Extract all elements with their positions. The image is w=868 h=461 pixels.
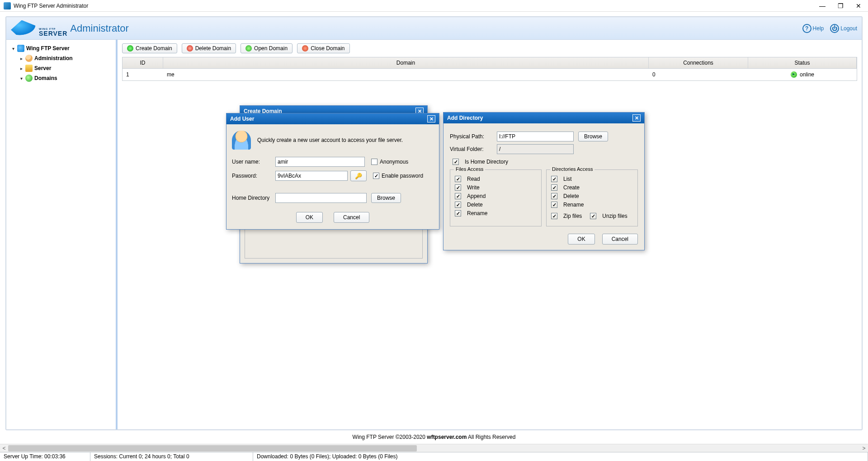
caret-right-icon[interactable]: ▸ (19, 56, 24, 61)
cell-domain: me (163, 69, 649, 80)
minimize-button[interactable]: — (816, 2, 828, 9)
directories-access-legend: Directories Access (550, 166, 594, 172)
files-access-legend: Files Access (454, 166, 485, 172)
server-icon (25, 65, 33, 72)
logout-link[interactable]: ⏻Logout (830, 24, 857, 33)
enable-password-checkbox[interactable] (373, 173, 379, 179)
admin-icon (25, 55, 33, 62)
banner-title: Administrator (70, 23, 129, 34)
scroll-thumb[interactable] (8, 445, 417, 452)
add-user-dialog: Add User ✕ Quickly create a new user acc… (226, 113, 439, 230)
perm-zip-checkbox[interactable] (551, 213, 557, 219)
perm-dir-delete-label: Delete (563, 193, 579, 199)
titlebar: Wing FTP Server Administrator — ❐ ✕ (0, 0, 868, 12)
open-domain-button[interactable]: Open Domain (241, 43, 292, 53)
add-directory-dialog: Add Directory ✕ Physical Path: Browse Vi… (443, 112, 645, 250)
perm-dir-delete-checkbox[interactable] (551, 193, 557, 199)
enable-password-label: Enable password (382, 173, 423, 179)
password-label: Password: (232, 173, 275, 179)
perm-read-checkbox[interactable] (455, 176, 461, 182)
status-bar: Server Up Time: 00:03:36 Sessions: Curre… (0, 452, 868, 461)
grid-header-status[interactable]: Status (748, 57, 857, 68)
add-directory-close-button[interactable]: ✕ (632, 114, 641, 122)
close-window-button[interactable]: ✕ (853, 2, 864, 9)
perm-write-checkbox[interactable] (455, 184, 461, 191)
logo-swoosh-icon (11, 20, 38, 37)
perm-append-checkbox[interactable] (455, 193, 461, 199)
perm-unzip-label: Unzip files (602, 213, 627, 219)
footer-link[interactable]: wftpserver.com (427, 434, 467, 440)
perm-file-rename-checkbox[interactable] (455, 210, 461, 216)
browse-physical-button[interactable]: Browse (578, 132, 608, 141)
perm-create-label: Create (563, 184, 580, 191)
add-user-dialog-title: Add User (230, 116, 254, 122)
perm-unzip-checkbox[interactable] (590, 213, 596, 219)
scroll-right-icon[interactable]: > (860, 445, 868, 452)
scroll-left-icon[interactable]: < (0, 445, 8, 452)
caret-down-icon[interactable]: ▾ (19, 76, 24, 80)
physical-path-input[interactable] (497, 132, 574, 141)
tree-domains[interactable]: ▾ Domains (19, 73, 113, 83)
tree-administration[interactable]: ▸ Administration (19, 53, 113, 63)
anonymous-checkbox[interactable] (371, 159, 377, 165)
username-label: User name: (232, 159, 275, 165)
perm-file-rename-label: Rename (467, 210, 487, 216)
browse-home-button[interactable]: Browse (371, 193, 401, 203)
perm-create-checkbox[interactable] (551, 184, 557, 191)
cell-id: 1 (123, 69, 163, 80)
help-link[interactable]: ?Help (802, 24, 824, 33)
tree-admin-label: Administration (34, 55, 73, 61)
add-directory-ok-button[interactable]: OK (568, 234, 594, 245)
perm-file-delete-checkbox[interactable] (455, 202, 461, 208)
virtual-folder-input (497, 144, 574, 154)
footer: Wing FTP Server ©2003-2020 wftpserver.co… (0, 430, 868, 444)
header-banner: WING FTP SERVER Administrator ?Help ⏻Log… (6, 17, 862, 40)
status-sessions: Sessions: Current 0; 24 hours 0; Total 0 (90, 452, 253, 461)
help-icon: ? (802, 24, 811, 33)
tree-server[interactable]: ▸ Server (19, 63, 113, 73)
status-uptime: Server Up Time: 00:03:36 (0, 452, 90, 461)
grid-header-id[interactable]: ID (123, 57, 163, 68)
close-domain-button[interactable]: Close Domain (297, 43, 349, 53)
files-access-group: Files Access Read Write Append Delete Re… (450, 169, 542, 226)
close-icon (302, 45, 308, 52)
domain-icon (25, 75, 33, 82)
home-directory-input[interactable] (275, 193, 367, 203)
perm-dir-rename-checkbox[interactable] (551, 202, 557, 208)
add-user-ok-button[interactable]: OK (296, 212, 323, 223)
open-icon (245, 45, 252, 52)
key-icon: 🔑 (355, 173, 362, 179)
delete-domain-button[interactable]: Delete Domain (182, 43, 236, 53)
add-directory-cancel-button[interactable]: Cancel (602, 234, 638, 245)
add-user-close-button[interactable]: ✕ (427, 115, 435, 122)
caret-down-icon[interactable]: ▾ (11, 46, 15, 51)
generate-password-button[interactable]: 🔑 (350, 170, 367, 181)
anonymous-label: Anonymous (380, 159, 408, 165)
status-transfer: Downloaded: 0 Bytes (0 Files); Uploaded:… (253, 452, 868, 461)
caret-right-icon[interactable]: ▸ (19, 66, 24, 71)
perm-list-label: List (563, 176, 572, 182)
delete-icon (187, 45, 193, 52)
grid-header-connections[interactable]: Connections (649, 57, 748, 68)
perm-read-label: Read (467, 176, 480, 182)
horizontal-scrollbar[interactable]: < > (0, 444, 868, 452)
perm-write-label: Write (467, 184, 480, 191)
cell-connections: 0 (649, 69, 748, 80)
table-row[interactable]: 1 me 0 online (123, 69, 857, 80)
directories-access-group: Directories Access List Create Delete Re… (546, 169, 638, 226)
content-area: Create Domain Delete Domain Open Domain … (118, 40, 862, 429)
add-user-cancel-button[interactable]: Cancel (334, 212, 369, 223)
perm-list-checkbox[interactable] (551, 176, 557, 182)
is-home-checkbox[interactable] (453, 159, 459, 165)
tree-root[interactable]: ▾ Wing FTP Server (11, 43, 113, 53)
create-domain-button[interactable]: Create Domain (122, 43, 177, 53)
is-home-label: Is Home Directory (465, 159, 508, 165)
tree-server-label: Server (34, 65, 51, 71)
logo-server-text: SERVER (39, 30, 67, 37)
maximize-button[interactable]: ❐ (835, 2, 846, 9)
username-input[interactable] (275, 157, 365, 167)
grid-header-domain[interactable]: Domain (163, 57, 649, 68)
scroll-track[interactable] (8, 445, 860, 452)
power-icon: ⏻ (830, 24, 839, 33)
password-input[interactable] (275, 171, 348, 181)
